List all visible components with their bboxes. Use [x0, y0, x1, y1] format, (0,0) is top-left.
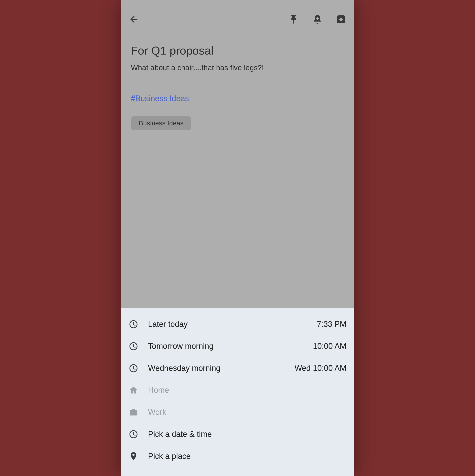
archive-icon[interactable] — [336, 14, 346, 26]
option-label: Tomorrow morning — [148, 342, 313, 351]
reminder-option-tomorrow-morning[interactable]: Tomorrow morning 10:00 AM — [121, 335, 354, 357]
reminder-bottom-sheet: Later today 7:33 PM Tomorrow morning 10:… — [121, 308, 354, 476]
device-frame: For Q1 proposal What about a chair....th… — [121, 0, 354, 476]
clock-icon — [129, 341, 138, 351]
option-label: Home — [148, 386, 346, 395]
note-content: For Q1 proposal What about a chair....th… — [121, 31, 354, 130]
note-body[interactable]: What about a chair....that has five legs… — [131, 63, 344, 72]
hashtag-link[interactable]: #Business Ideas — [131, 94, 344, 103]
option-label: Later today — [148, 320, 317, 329]
home-icon — [129, 385, 138, 395]
reminder-option-work[interactable]: Work — [121, 401, 354, 423]
option-time: 10:00 AM — [313, 342, 346, 351]
label-chip[interactable]: Business Ideas — [131, 116, 191, 130]
reminder-option-pick-place[interactable]: Pick a place — [121, 445, 354, 467]
option-label: Pick a place — [148, 452, 346, 461]
reminder-bell-icon[interactable] — [312, 14, 322, 26]
back-icon[interactable] — [129, 14, 139, 26]
option-label: Pick a date & time — [148, 430, 346, 439]
note-screen-dimmed: For Q1 proposal What about a chair....th… — [121, 0, 354, 476]
reminder-option-pick-date-time[interactable]: Pick a date & time — [121, 423, 354, 445]
clock-icon — [129, 363, 138, 373]
option-label: Wednesday morning — [148, 364, 295, 373]
pin-icon[interactable] — [288, 14, 299, 26]
location-pin-icon — [129, 451, 138, 461]
clock-icon — [129, 429, 138, 439]
briefcase-icon — [129, 407, 138, 417]
option-label: Work — [148, 408, 346, 417]
reminder-option-home[interactable]: Home — [121, 379, 354, 401]
reminder-option-wednesday-morning[interactable]: Wednesday morning Wed 10:00 AM — [121, 357, 354, 379]
option-time: 7:33 PM — [317, 320, 346, 329]
option-time: Wed 10:00 AM — [295, 364, 346, 373]
note-title[interactable]: For Q1 proposal — [131, 44, 344, 57]
note-toolbar — [121, 0, 354, 31]
clock-icon — [129, 319, 138, 329]
reminder-option-later-today[interactable]: Later today 7:33 PM — [121, 313, 354, 335]
